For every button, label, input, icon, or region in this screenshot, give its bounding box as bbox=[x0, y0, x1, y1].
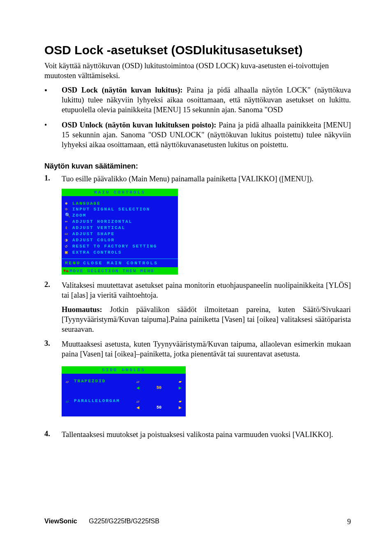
osd-close-prefix: MENU bbox=[65, 261, 81, 266]
intro-paragraph: Voit käyttää näyttökuvan (OSD) lukitusto… bbox=[44, 61, 351, 81]
osd-label: LANGUAGE bbox=[72, 201, 101, 206]
footer-brand: ViewSonic bbox=[44, 518, 77, 525]
osd-row: ↺RESET TO FACTORY SETTING bbox=[65, 243, 175, 249]
footer-left: ViewSonic G225f/G225fB/G225fSB bbox=[44, 518, 159, 526]
osd-label: ZOOM bbox=[72, 213, 86, 218]
left-arrow-icon: ◀ bbox=[136, 405, 139, 411]
osd-row: ⇕ADJUST VERTICAL bbox=[65, 224, 175, 231]
step-note: Huomautus: Jotkin päävalikon säädöt ilmo… bbox=[62, 305, 351, 334]
osd-close-text: CLOSE MAIN CONTROLS bbox=[83, 261, 158, 266]
bullet-item: • OSD Lock (näytön kuvan lukitus): Paina… bbox=[44, 86, 351, 115]
step-item: 2. Valitaksesi muutettavat asetukset pai… bbox=[44, 280, 351, 334]
slider-control: ▱▰ ◀ 50 ▶ bbox=[136, 398, 182, 411]
osd-close-row: MENUCLOSE MAIN CONTROLS bbox=[62, 259, 178, 267]
step-body: Valitaksesi muutettavat asetukset paina … bbox=[62, 280, 351, 334]
vertical-icon: ⇕ bbox=[65, 225, 72, 230]
osd-hint-row: ▼▲MOVE SELECTION THEN MENU bbox=[62, 267, 178, 275]
osd-label: ADJUST HORIZONTAL bbox=[72, 219, 132, 224]
osd-label: ADJUST VERTICAL bbox=[72, 225, 125, 230]
step-item: 4. Tallentaaksesi muutokset ja poistuaks… bbox=[44, 430, 351, 439]
osd-row: 🔍ZOOM bbox=[65, 212, 175, 218]
bullet-item: • OSD Unlock (näytön kuvan lukituksen po… bbox=[44, 120, 351, 150]
reset-icon: ↺ bbox=[65, 243, 72, 249]
numbered-steps: 2. Valitaksesi muutettavat asetukset pai… bbox=[44, 280, 351, 358]
osd-label: ADJUST COLOR bbox=[72, 238, 115, 243]
step-number: 4. bbox=[44, 430, 62, 439]
osd-main-body: ✱LANGUAGE ⎆INPUT SIGNAL SELECTION 🔍ZOOM … bbox=[62, 196, 178, 259]
osd-side-body: ▱ TRAPEZOID ▱▰ ◀ 50 ▶ ▱ PARALLELORGAM ▱▰ bbox=[62, 374, 186, 416]
step-number: 2. bbox=[44, 280, 62, 334]
osd-row: ▭ADJUST SHAPE bbox=[65, 231, 175, 237]
page-footer: ViewSonic G225f/G225fB/G225fSB 9 bbox=[44, 518, 351, 526]
step-text: Tallentaaksesi muutokset ja poistuaksesi… bbox=[62, 430, 333, 439]
osd-label: EXTRA CONTROLS bbox=[72, 250, 122, 255]
left-arrow-icon: ◀ bbox=[136, 385, 139, 391]
osd-row: ⇔ADJUST HORIZONTAL bbox=[65, 218, 175, 224]
side-row-parallelogram: ▱ PARALLELORGAM ▱▰ ◀ 50 ▶ bbox=[66, 398, 182, 411]
footer-model: G225f/G225fB/G225fSB bbox=[89, 518, 159, 525]
step-text: Muuttaaksesi asetusta, kuten Tyynyvääris… bbox=[62, 339, 351, 359]
right-arrow-icon: ▶ bbox=[179, 385, 182, 391]
osd-label: INPUT SIGNAL SELECTION bbox=[72, 207, 150, 212]
shape-min-icon: ▱ bbox=[136, 379, 139, 385]
step-number: 3. bbox=[44, 339, 62, 359]
osd-side-title: SIDE ANGLES bbox=[62, 366, 186, 374]
step-text: Tuo esille päävalikko (Main Menu) painam… bbox=[62, 174, 314, 184]
color-icon: ◑ bbox=[65, 237, 72, 243]
globe-icon: ✱ bbox=[65, 201, 72, 206]
slider-value: 50 bbox=[157, 386, 161, 390]
bullet-body: OSD Unlock (näytön kuvan lukituksen pois… bbox=[62, 120, 351, 150]
right-arrow-icon: ▶ bbox=[179, 405, 182, 411]
note-lead: Huomautus: bbox=[62, 305, 102, 314]
numbered-steps: 4. Tallentaaksesi muutokset ja poistuaks… bbox=[44, 430, 351, 439]
osd-label: ADJUST SHAPE bbox=[72, 231, 115, 236]
zoom-icon: 🔍 bbox=[65, 213, 72, 218]
osd-side-angles: SIDE ANGLES ▱ TRAPEZOID ▱▰ ◀ 50 ▶ ▱ PARA… bbox=[62, 366, 186, 416]
slider-control: ▱▰ ◀ 50 ▶ bbox=[136, 379, 182, 391]
extra-icon: ▣ bbox=[65, 250, 72, 255]
updown-icon: ▼▲ bbox=[63, 268, 69, 273]
slider-value: 50 bbox=[157, 405, 161, 410]
note-text: Jotkin päävalikon säädöt ilmoitetaan par… bbox=[62, 305, 351, 333]
page-number: 9 bbox=[347, 518, 351, 526]
side-row-trapezoid: ▱ TRAPEZOID ▱▰ ◀ 50 ▶ bbox=[66, 379, 182, 391]
bullet-marker: • bbox=[44, 86, 62, 115]
bullet-list: • OSD Lock (näytön kuvan lukitus): Paina… bbox=[44, 86, 351, 150]
bullet-body: OSD Lock (näytön kuvan lukitus): Paina j… bbox=[62, 86, 351, 115]
osd-label: RESET TO FACTORY SETTING bbox=[72, 244, 157, 249]
osd-hint-text: MOVE SELECTION THEN MENU bbox=[69, 268, 154, 273]
osd-row: ▣EXTRA CONTROLS bbox=[65, 249, 175, 255]
parallelogram-icon: ▱ bbox=[66, 398, 74, 405]
step-item: 1. Tuo esille päävalikko (Main Menu) pai… bbox=[44, 174, 351, 184]
shape-icon: ▭ bbox=[65, 231, 72, 236]
slider-ends: ▱▰ bbox=[136, 379, 182, 385]
bullet-lead: OSD Unlock (näytön kuvan lukituksen pois… bbox=[62, 121, 216, 129]
side-label: PARALLELORGAM bbox=[74, 398, 136, 403]
osd-row: ⎆INPUT SIGNAL SELECTION bbox=[65, 206, 175, 212]
osd-row: ✱LANGUAGE bbox=[65, 200, 175, 206]
section-subhead: Näytön kuvan säätäminen: bbox=[44, 162, 351, 171]
slider-value-row: ◀ 50 ▶ bbox=[136, 385, 182, 391]
horizontal-icon: ⇔ bbox=[65, 219, 72, 224]
numbered-steps: 1. Tuo esille päävalikko (Main Menu) pai… bbox=[44, 174, 351, 184]
osd-main-title: MAIN CONTROLS bbox=[62, 189, 178, 196]
shape-max-icon: ▰ bbox=[179, 398, 182, 405]
step-text: Valitaksesi muutettavat asetukset paina … bbox=[62, 281, 351, 299]
shape-max-icon: ▰ bbox=[179, 379, 182, 385]
side-label: TRAPEZOID bbox=[74, 379, 136, 384]
slider-ends: ▱▰ bbox=[136, 398, 182, 405]
bullet-lead: OSD Lock (näytön kuvan lukitus): bbox=[62, 86, 182, 94]
bullet-marker: • bbox=[44, 120, 62, 150]
shape-min-icon: ▱ bbox=[136, 398, 139, 405]
osd-main-menu: MAIN CONTROLS ✱LANGUAGE ⎆INPUT SIGNAL SE… bbox=[62, 189, 178, 275]
step-number: 1. bbox=[44, 174, 62, 184]
page-title: OSD Lock -asetukset (OSDlukitusasetukset… bbox=[44, 43, 351, 57]
step-item: 3. Muuttaaksesi asetusta, kuten Tyynyvää… bbox=[44, 339, 351, 359]
slider-value-row: ◀ 50 ▶ bbox=[136, 405, 182, 411]
trapezoid-icon: ▱ bbox=[66, 379, 74, 385]
osd-row: ◑ADJUST COLOR bbox=[65, 237, 175, 243]
input-icon: ⎆ bbox=[65, 207, 72, 212]
